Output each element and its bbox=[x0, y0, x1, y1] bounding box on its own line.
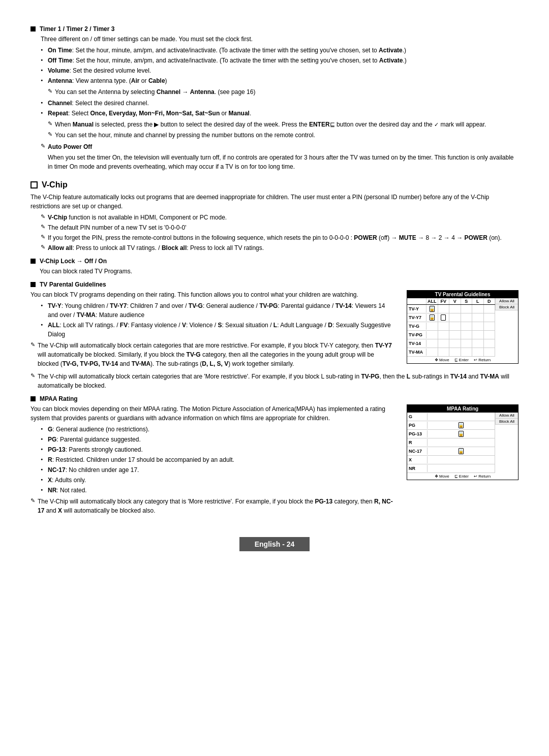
tv-parental-note-1: ✎ The V-Chip will automatically block ce… bbox=[30, 341, 396, 368]
timer-bullet-ontime: On Time: Set the hour, minute, am/pm, an… bbox=[41, 46, 518, 55]
vchip-lock-title: V-Chip Lock → Off / On bbox=[40, 258, 107, 265]
tv-parental-header-row: ALL FV V S L D bbox=[407, 298, 495, 305]
mpaa-row-nr: NR bbox=[407, 464, 495, 473]
tv-parental-bullet-list: TV-Y: Young children / TV-Y7: Children 7… bbox=[41, 301, 396, 339]
mpaa-title: MPAA Rating bbox=[40, 395, 78, 402]
tv-row-tvy: TV-Y 🔒 bbox=[407, 305, 495, 313]
vchip-lock-header: V-Chip Lock → Off / On bbox=[30, 258, 518, 265]
mpaa-footer: ❖ Move ⊑ Enter ↩ Return bbox=[407, 473, 518, 480]
mpaa-table-title: MPAA Rating bbox=[407, 405, 518, 413]
vchip-section: V-Chip The V-Chip feature automatically … bbox=[30, 180, 518, 517]
note-icon-tp1: ✎ bbox=[30, 341, 35, 348]
timer-bullet-list2: Channel: Select the desired channel. Rep… bbox=[41, 99, 518, 118]
mpaa-content: You can block movies depending on their … bbox=[30, 404, 518, 517]
note-icon-tp2: ✎ bbox=[30, 372, 35, 379]
auto-power-text: When you set the timer On, the televisio… bbox=[48, 153, 518, 171]
vchip-lock-text: You can block rated TV Programs. bbox=[40, 267, 518, 276]
note-icon-mpaa: ✎ bbox=[30, 497, 35, 504]
mpaa-row-pg: PG 🔒 bbox=[407, 421, 495, 430]
timer-bullet-volume: Volume: Set the desired volume level. bbox=[41, 66, 518, 75]
tv-parental-content: You can block TV programs depending on t… bbox=[30, 290, 518, 370]
note-icon-v4: ✎ bbox=[41, 244, 45, 250]
mpaa-table: MPAA Rating G PG 🔒 PG-13 🔒 bbox=[407, 404, 518, 480]
tv-parental-bullet-1: TV-Y: Young children / TV-Y7: Children 7… bbox=[41, 301, 396, 320]
timer-intro: Three different on / off timer settings … bbox=[41, 35, 518, 44]
timer-bullet-antenna: Antenna: View antenna type. (Air or Cabl… bbox=[41, 76, 518, 85]
mpaa-text-col: You can block movies depending on their … bbox=[30, 404, 396, 517]
tv-row-tvy7: TV-Y7 🔒 bbox=[407, 313, 495, 322]
tv-btn-group: Allow All Block All bbox=[495, 298, 518, 357]
mpaa-section: MPAA Rating You can block movies dependi… bbox=[30, 395, 518, 517]
vchip-title: V-Chip bbox=[42, 180, 68, 190]
note-icon-hour: ✎ bbox=[48, 131, 52, 138]
mpaa-bullet-g: G: General audience (no restrictions). bbox=[41, 425, 396, 434]
tv-parental-title: TV Parental Guidelines bbox=[40, 281, 106, 288]
col-d: D bbox=[484, 298, 496, 304]
note-icon-v1: ✎ bbox=[41, 213, 45, 220]
vchip-header: V-Chip bbox=[30, 180, 518, 190]
footer-label: English - 24 bbox=[239, 537, 310, 551]
mpaa-bullet-nc17: NC-17: No children under age 17. bbox=[41, 465, 396, 475]
timer-header: Timer 1 / Timer 2 / Timer 3 bbox=[30, 25, 518, 33]
note-icon-antenna: ✎ bbox=[48, 88, 52, 94]
timer-title: Timer 1 / Timer 2 / Timer 3 bbox=[40, 25, 114, 33]
col-v: V bbox=[449, 298, 461, 304]
mpaa-row-x: X bbox=[407, 456, 495, 464]
mpaa-bullet-r: R: Restricted. Children under 17 should … bbox=[41, 455, 396, 464]
mpaa-allow-all-btn[interactable]: Allow All bbox=[495, 413, 518, 419]
mpaa-row-nc17: NC-17 🔒 bbox=[407, 447, 495, 456]
tv-allow-all-btn[interactable]: Allow All bbox=[495, 298, 518, 304]
mpaa-table-layout: G PG 🔒 PG-13 🔒 R bbox=[407, 413, 518, 473]
tv-parental-table-main: ALL FV V S L D TV-Y 🔒 bbox=[407, 298, 495, 357]
mpaa-row-g: G bbox=[407, 413, 495, 421]
mpaa-btn-group: Allow All Block All bbox=[495, 413, 518, 473]
vchip-lock-square-icon bbox=[30, 259, 36, 264]
tv-row-tvg: TV-G bbox=[407, 322, 495, 331]
timer-section: Timer 1 / Timer 2 / Timer 3 Three differ… bbox=[30, 25, 518, 171]
tv-parental-footer: ❖ Move ⊑ Enter ↩ Return bbox=[407, 357, 518, 363]
tv-block-all-btn[interactable]: Block All bbox=[495, 304, 518, 310]
page-footer: English - 24 bbox=[30, 537, 518, 551]
vchip-checkbox-icon bbox=[30, 181, 38, 188]
timer-bullet-repeat: Repeat: Select Once, Everyday, Mon~Fri, … bbox=[41, 109, 518, 118]
mpaa-bullet-pg: PG: Parental guidance suggested. bbox=[41, 435, 396, 444]
manual-note: ✎ When Manual is selected, press the ▶ b… bbox=[48, 120, 518, 129]
tv-parental-header: TV Parental Guidelines bbox=[30, 281, 518, 288]
mpaa-note: ✎ The V-Chip will automatically block an… bbox=[30, 497, 396, 515]
tv-row-tvpg: TV-PG bbox=[407, 331, 495, 339]
tv-parental-bullet-2: ALL: Lock all TV ratings. / FV: Fantasy … bbox=[41, 321, 396, 339]
auto-power-block: ✎ Auto Power Off bbox=[41, 142, 518, 151]
timer-square-icon bbox=[30, 26, 36, 32]
tv-row-tvma: TV-MA bbox=[407, 348, 495, 357]
timer-bullet-offtime: Off Time: Set the hour, minute, am/pm, a… bbox=[41, 56, 518, 65]
vchip-note-1: ✎ V-Chip function is not available in HD… bbox=[41, 213, 518, 222]
tv-parental-square-icon bbox=[30, 282, 36, 287]
col-l: L bbox=[472, 298, 484, 304]
mpaa-block-all-btn[interactable]: Block All bbox=[495, 419, 518, 425]
mpaa-row-r: R bbox=[407, 438, 495, 447]
mpaa-bullet-list: G: General audience (no restrictions). P… bbox=[41, 425, 396, 495]
antenna-note: ✎ You can set the Antenna by selecting C… bbox=[48, 87, 518, 97]
timer-bullet-channel: Channel: Select the desired channel. bbox=[41, 99, 518, 108]
tv-parental-table-layout: ALL FV V S L D TV-Y 🔒 bbox=[407, 298, 518, 357]
mpaa-table-main: G PG 🔒 PG-13 🔒 R bbox=[407, 413, 495, 473]
note-icon-manual: ✎ bbox=[48, 120, 52, 127]
vchip-note-3: ✎ If you forget the PIN, press the remot… bbox=[41, 233, 518, 242]
mpaa-square-icon bbox=[30, 396, 36, 401]
mpaa-bullet-nr: NR: Not rated. bbox=[41, 486, 396, 495]
note-icon-auto: ✎ bbox=[41, 143, 45, 149]
mpaa-header: MPAA Rating bbox=[30, 395, 518, 402]
mpaa-bullet-x: X: Adults only. bbox=[41, 476, 396, 485]
col-fv: FV bbox=[438, 298, 450, 304]
mpaa-intro: You can block movies depending on their … bbox=[30, 404, 396, 423]
col-s: S bbox=[461, 298, 473, 304]
tv-parental-note-2: ✎ The V-chip will automatically block ce… bbox=[30, 372, 518, 390]
vchip-notes: ✎ V-Chip function is not available in HD… bbox=[41, 213, 518, 253]
tv-parental-table: TV Parental Guidelines ALL FV V S L D bbox=[407, 290, 518, 364]
mpaa-bullet-pg13: PG-13: Parents strongly cautioned. bbox=[41, 445, 396, 454]
col-all: ALL bbox=[426, 298, 438, 304]
note-icon-v3: ✎ bbox=[41, 234, 45, 240]
tv-parental-section: TV Parental Guidelines You can block TV … bbox=[30, 281, 518, 390]
tv-row-tv14: TV-14 bbox=[407, 339, 495, 348]
mpaa-row-pg13: PG-13 🔒 bbox=[407, 430, 495, 438]
